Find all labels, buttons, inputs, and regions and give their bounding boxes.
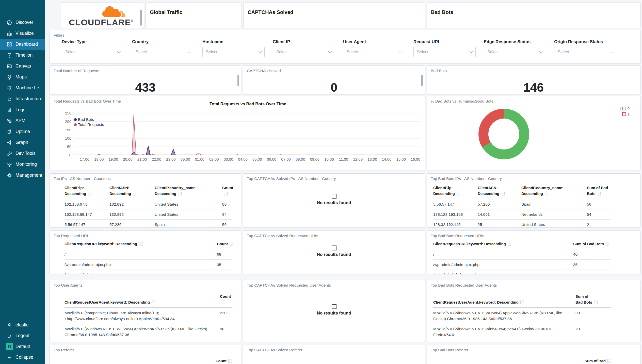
sort-checkbox[interactable] — [88, 192, 91, 195]
sort-checkbox[interactable] — [230, 242, 233, 246]
table-cell: 40 — [573, 251, 611, 257]
column-header[interactable]: Count — [222, 185, 233, 197]
sidebar-footer-logout[interactable]: Logout — [0, 330, 45, 341]
panel-scrollbar[interactable] — [421, 75, 423, 86]
filter-select-device-type[interactable]: Select... — [62, 47, 124, 57]
column-header[interactable]: Sum of BadBots — [587, 185, 611, 197]
no-results-icon — [332, 194, 336, 198]
column-header[interactable]: ClientRequestURI.keyword: Descending — [433, 241, 573, 247]
sort-checkbox[interactable] — [139, 242, 142, 246]
table-cell: 56 — [587, 201, 611, 207]
column-header[interactable]: Sum ofBad Bots — [575, 293, 611, 305]
filter-select-country[interactable]: Select... — [132, 47, 194, 57]
sort-checkbox[interactable] — [520, 301, 524, 304]
column-header[interactable]: Count — [217, 241, 233, 247]
panel-top-bad-bots-ips-as-number-country: Top Bad Bots IPs - AS Number - CountryCl… — [427, 173, 640, 228]
legend-item-0[interactable]: 0 — [617, 106, 630, 111]
sort-checkbox[interactable] — [228, 359, 232, 363]
select-placeholder: Select... — [65, 50, 80, 54]
panel-title: Top CAPTCHAs Solved IPs - AS Number - Co… — [247, 176, 336, 181]
filter-select-client-ip[interactable]: Select... — [273, 47, 335, 57]
filter-select-hostname[interactable]: Select... — [202, 47, 265, 57]
column-header[interactable]: ClientIP.country_name:Descending — [521, 185, 587, 197]
sort-checkbox[interactable] — [178, 192, 182, 195]
sidebar-item-infrastructure[interactable]: Infrastructure — [0, 93, 45, 104]
legend-green-square — [622, 107, 626, 110]
sort-checkbox[interactable] — [545, 192, 548, 195]
sort-checkbox[interactable] — [606, 242, 609, 246]
sidebar-item-label: Timelion — [15, 53, 33, 58]
sort-checkbox[interactable] — [501, 192, 505, 195]
filter-select-origin-response-status[interactable]: Select... — [554, 47, 616, 57]
column-header[interactable]: Count — [220, 293, 232, 305]
sort-checkbox[interactable] — [457, 192, 460, 195]
timelion-shield-icon — [7, 53, 12, 58]
sort-checkbox[interactable] — [597, 192, 601, 195]
svg-text:10:00: 10:00 — [324, 157, 334, 161]
filter-label-request-uri: Request URI — [413, 39, 476, 44]
column-header[interactable]: ClientRequestUserAgent.keyword: Descendi… — [433, 299, 575, 305]
column-header[interactable]: ClientASN:Descending — [478, 185, 521, 197]
panel-scrollbar[interactable] — [140, 10, 142, 26]
panel-title: Top CAPTCHAs Solved Requested URIs — [247, 234, 318, 238]
column-header[interactable]: Sum of Bad Bots — [573, 241, 611, 247]
sidebar-item-graph[interactable]: Graph — [0, 137, 45, 148]
column-header[interactable]: ClientRequestUserAgent.keyword: Descendi… — [65, 299, 220, 305]
sidebar-item-maps[interactable]: Maps — [0, 72, 45, 82]
sort-checkbox[interactable] — [222, 301, 225, 304]
sort-checkbox[interactable] — [224, 192, 228, 195]
column-header[interactable]: ClientASN:Descending — [109, 185, 155, 197]
filter-select-request-uri[interactable]: Select... — [413, 47, 476, 57]
sidebar-item-visualize[interactable]: Visualize — [0, 28, 45, 39]
panel-filters: Filters Device TypeSelect...CountrySelec… — [50, 30, 640, 63]
sidebar-item-uptime[interactable]: Uptime — [0, 126, 45, 137]
sidebar-item-management[interactable]: Management — [0, 170, 45, 181]
table-header-row: ClientRequestUserAgent.keyword: Descendi… — [65, 293, 232, 308]
sidebar-item-discover[interactable]: Discover — [0, 17, 45, 28]
column-header[interactable]: ClientIP.ip:Descending — [65, 185, 109, 197]
legend-item-1[interactable]: 1 — [617, 112, 630, 116]
table-row: Mozilla/5.0 (Windows NT 6.1; Win64; x64;… — [433, 324, 611, 340]
column-header[interactable]: ClientRequestURI.keyword: Descending — [65, 241, 217, 247]
sort-checkbox[interactable] — [607, 359, 611, 363]
no-results-icon — [332, 304, 336, 309]
column-header[interactable]: Count — [65, 359, 232, 363]
table-cell: Netherlands — [521, 211, 587, 217]
select-placeholder: Select... — [417, 50, 432, 54]
sort-checkbox[interactable] — [508, 242, 511, 246]
column-header[interactable]: ClientIP.ip:Descending — [433, 185, 478, 197]
panel-scrollbar[interactable] — [237, 75, 239, 86]
metric-value-badbots: 146 — [427, 80, 640, 94]
column-header[interactable]: Sum of Bad — [433, 359, 611, 363]
table-header-row: ClientRequestURI.keyword: DescendingSum … — [433, 241, 611, 249]
panel-global-traffic-header: Global Traffic — [146, 3, 242, 28]
sidebar-item-apm[interactable]: APM — [0, 115, 45, 126]
sidebar-item-label: Logout — [15, 333, 29, 338]
sort-checkbox[interactable] — [594, 301, 598, 304]
table-row: /wp-admin/admin-ajax.php35 — [65, 259, 232, 270]
sort-checkbox[interactable] — [133, 192, 136, 195]
filter-select-user-agent[interactable]: Select... — [343, 47, 405, 57]
table-row: /wp-admin/admin-post.php16 — [65, 270, 232, 274]
sidebar-footer-default[interactable]: DDefault — [0, 341, 45, 352]
table-row: Mozilla/5.0 (compatible; CloudFlare-Alwa… — [65, 308, 232, 324]
sidebar-item-dashboard[interactable]: Dashboard — [0, 39, 45, 50]
sidebar-item-logs[interactable]: Logs — [0, 104, 45, 115]
column-header[interactable]: ClientIP.country_name:Descending — [155, 185, 222, 197]
table-cell: 56 — [222, 222, 232, 227]
svg-text:00:00: 00:00 — [181, 157, 190, 161]
sidebar-item-timelion[interactable]: Timelion — [0, 50, 45, 61]
sidebar-item-machine-le[interactable]: Machine Le… — [0, 82, 45, 93]
chevron-down-icon — [258, 50, 262, 53]
svg-text:19:00: 19:00 — [109, 157, 118, 161]
sidebar-footer-elastic[interactable]: elastic — [0, 320, 45, 330]
sidebar-footer-collapse[interactable]: Collapse — [0, 352, 45, 363]
sidebar-item-dev-tools[interactable]: Dev Tools — [0, 148, 45, 159]
sidebar-item-monitoring[interactable]: Monitoring — [0, 159, 45, 170]
table-cell: 178.128.193.158 — [433, 211, 478, 217]
filter-select-edge-response-status[interactable]: Select... — [484, 47, 546, 57]
sidebar-item-canvas[interactable]: Canvas — [0, 61, 45, 72]
filter-label-device-type: Device Type — [62, 39, 124, 44]
table-cell: 128.32.162.145 — [433, 222, 478, 227]
sort-checkbox[interactable] — [152, 301, 155, 304]
